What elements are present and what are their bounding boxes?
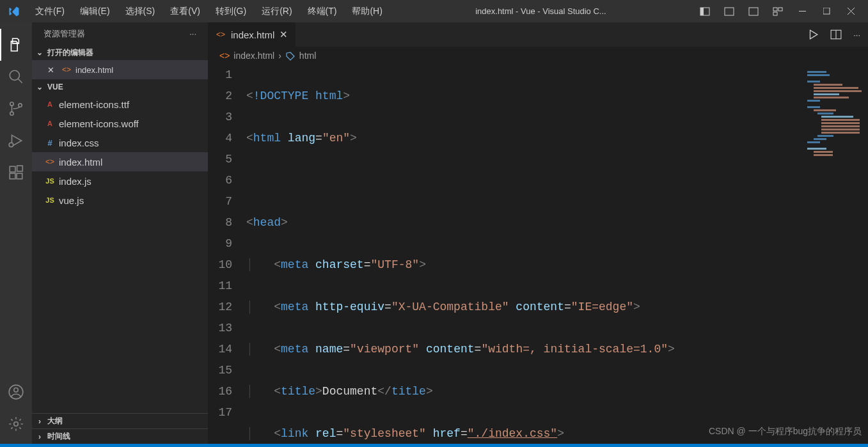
timeline-label: 时间线 <box>47 431 70 442</box>
svg-point-12 <box>10 102 13 106</box>
sidebar-title: 资源管理器 <box>43 28 85 40</box>
css-file-icon: # <box>45 138 55 148</box>
open-editor-item[interactable]: ✕ <> index.html <box>32 60 208 79</box>
outline-label: 大纲 <box>47 416 63 427</box>
svg-rect-8 <box>773 12 777 15</box>
chevron-down-icon: ⌄ <box>35 48 45 57</box>
close-icon[interactable]: ✕ <box>47 65 58 75</box>
menu-file[interactable]: 文件(F) <box>29 0 71 22</box>
html-file-icon: <> <box>45 157 55 166</box>
open-editors-label: 打开的编辑器 <box>47 47 93 58</box>
chevron-right-icon: › <box>35 432 45 441</box>
menu-terminal[interactable]: 终端(T) <box>301 0 343 22</box>
tab-bar: <> index.html ✕ ··· <box>208 22 868 47</box>
code-editor[interactable]: 1234567891011121314151617 <!DOCTYPE html… <box>208 65 868 444</box>
svg-rect-9 <box>799 11 806 12</box>
file-label: element-icons.ttf <box>59 99 129 110</box>
svg-rect-16 <box>10 166 15 172</box>
file-label: element-icons.woff <box>59 118 139 129</box>
svg-point-22 <box>14 422 19 427</box>
file-item[interactable]: JSindex.js <box>32 171 208 191</box>
svg-rect-6 <box>773 8 777 11</box>
tag-icon <box>285 51 296 61</box>
menu-edit[interactable]: 编辑(E) <box>74 0 116 22</box>
activity-accounts[interactable] <box>0 376 32 408</box>
open-editors-section[interactable]: ⌄ 打开的编辑器 <box>32 45 208 60</box>
font-file-icon: A <box>45 100 55 108</box>
js-file-icon: JS <box>45 177 55 185</box>
svg-point-13 <box>10 112 13 115</box>
file-label: index.css <box>59 137 99 148</box>
outline-section[interactable]: › 大纲 <box>32 413 208 428</box>
sidebar-more-icon[interactable]: ··· <box>189 29 196 38</box>
folder-label: VUE <box>47 82 63 91</box>
file-label: vue.js <box>59 195 84 206</box>
svg-rect-1 <box>700 8 704 15</box>
explorer-sidebar: 资源管理器 ··· ⌄ 打开的编辑器 ✕ <> index.html ⌄ VUE… <box>32 22 208 444</box>
activity-debug[interactable] <box>0 125 32 157</box>
menu-run[interactable]: 运行(R) <box>255 0 298 22</box>
file-item[interactable]: Aelement-icons.ttf <box>32 95 208 114</box>
folder-section[interactable]: ⌄ VUE <box>32 79 208 95</box>
code-content[interactable]: <!DOCTYPE html> <html lang="en"> <head> … <box>246 65 868 444</box>
layout-panel-bottom-icon[interactable] <box>717 0 741 22</box>
watermark: CSDN @ 一个与程序bug抗争的程序员 <box>709 426 862 437</box>
status-bar[interactable] <box>0 444 868 447</box>
svg-rect-18 <box>17 173 22 179</box>
activity-search[interactable] <box>0 61 32 93</box>
file-label: index.html <box>59 157 102 168</box>
menu-view[interactable]: 查看(V) <box>164 0 207 22</box>
maximize-button[interactable] <box>814 0 839 22</box>
svg-rect-19 <box>17 166 23 171</box>
tab-index-html[interactable]: <> index.html ✕ <box>208 22 296 47</box>
breadcrumb[interactable]: <> index.html › html <box>208 47 868 65</box>
file-item[interactable]: #index.css <box>32 133 208 152</box>
minimize-button[interactable] <box>790 0 814 22</box>
html-file-icon: <> <box>219 51 230 61</box>
file-item[interactable]: Aelement-icons.woff <box>32 114 208 133</box>
chevron-down-icon: ⌄ <box>35 82 45 91</box>
svg-rect-17 <box>10 173 15 179</box>
html-file-icon: <> <box>216 30 226 39</box>
activity-extensions[interactable] <box>0 157 32 189</box>
font-file-icon: A <box>45 120 55 127</box>
activity-bar <box>0 22 32 444</box>
activity-explorer[interactable] <box>0 29 32 61</box>
run-icon[interactable] <box>807 29 819 40</box>
js-file-icon: JS <box>45 196 55 204</box>
svg-point-14 <box>19 104 22 107</box>
title-bar: 文件(F) 编辑(E) 选择(S) 查看(V) 转到(G) 运行(R) 终端(T… <box>0 0 868 22</box>
menu-help[interactable]: 帮助(H) <box>345 0 388 22</box>
editor-more-icon[interactable]: ··· <box>853 30 860 40</box>
svg-point-21 <box>14 388 19 393</box>
file-item[interactable]: JSvue.js <box>32 191 208 210</box>
file-item[interactable]: <>index.html <box>32 152 208 171</box>
activity-settings[interactable] <box>0 408 32 440</box>
editor-area: <> index.html ✕ ··· <> index.html › html… <box>208 22 868 444</box>
breadcrumb-file[interactable]: index.html <box>233 51 274 61</box>
vscode-logo-icon <box>8 6 20 17</box>
activity-source-control[interactable] <box>0 93 32 125</box>
timeline-section[interactable]: › 时间线 <box>32 428 208 444</box>
svg-point-11 <box>10 70 19 80</box>
layout-customize-icon[interactable] <box>766 0 790 22</box>
menu-go[interactable]: 转到(G) <box>209 0 253 22</box>
svg-rect-7 <box>778 8 782 11</box>
tab-close-icon[interactable]: ✕ <box>280 29 288 40</box>
minimap[interactable] <box>804 65 868 231</box>
close-button[interactable] <box>839 0 863 22</box>
breadcrumb-element[interactable]: html <box>299 51 316 61</box>
file-label: index.js <box>59 176 91 187</box>
window-title: index.html - Vue - Visual Studio C... <box>391 6 690 16</box>
open-editor-label: index.html <box>75 65 113 75</box>
chevron-right-icon: › <box>35 417 45 426</box>
split-editor-icon[interactable] <box>830 29 842 40</box>
layout-panel-left-icon[interactable] <box>693 0 717 22</box>
tab-label: index.html <box>231 29 274 40</box>
layout-panel-right-icon[interactable] <box>741 0 766 22</box>
html-file-icon: <> <box>61 65 72 74</box>
menu-selection[interactable]: 选择(S) <box>119 0 162 22</box>
svg-rect-10 <box>823 8 830 14</box>
line-numbers: 1234567891011121314151617 <box>208 65 246 444</box>
svg-point-15 <box>9 143 13 147</box>
